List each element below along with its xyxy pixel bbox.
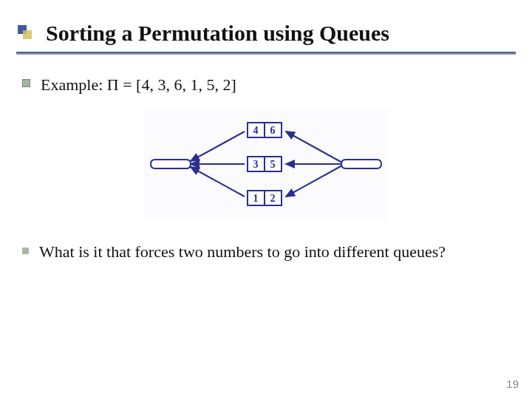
bullet-text: Example: Π = [4, 3, 6, 1, 5, 2] <box>41 74 236 96</box>
queue-diagram: 4 6 3 5 1 2 <box>144 109 388 220</box>
queue-1: 4 6 <box>248 123 282 137</box>
bullet-question: What is it that forces two numbers to go… <box>22 241 510 263</box>
bullet-example: Example: Π = [4, 3, 6, 1, 5, 2] <box>22 74 510 96</box>
q3a: 1 <box>253 193 259 204</box>
q2b: 5 <box>270 159 276 170</box>
q1b: 6 <box>270 125 276 136</box>
queue-2: 3 5 <box>248 157 282 171</box>
diagram-container: 4 6 3 5 1 2 <box>22 109 510 220</box>
title-underline <box>16 52 516 55</box>
square-bullet-icon <box>22 248 29 254</box>
title-bullet-icon <box>18 25 31 38</box>
slide-body: Example: Π = [4, 3, 6, 1, 5, 2] <box>22 74 510 270</box>
svg-line-8 <box>286 166 342 197</box>
slide: Sorting a Permutation using Queues Examp… <box>0 0 532 399</box>
bullet-text: What is it that forces two numbers to go… <box>39 241 446 263</box>
page-number: 19 <box>506 378 519 390</box>
square-bullet-icon <box>22 79 30 87</box>
svg-line-11 <box>191 167 245 197</box>
svg-line-6 <box>286 132 342 163</box>
slide-title: Sorting a Permutation using Queues <box>46 21 514 46</box>
q2a: 3 <box>253 159 259 170</box>
svg-line-9 <box>191 132 245 161</box>
q1a: 4 <box>253 125 259 136</box>
queue-3: 1 2 <box>248 191 282 205</box>
title-row: Sorting a Permutation using Queues <box>18 21 514 46</box>
q3b: 2 <box>270 193 276 204</box>
